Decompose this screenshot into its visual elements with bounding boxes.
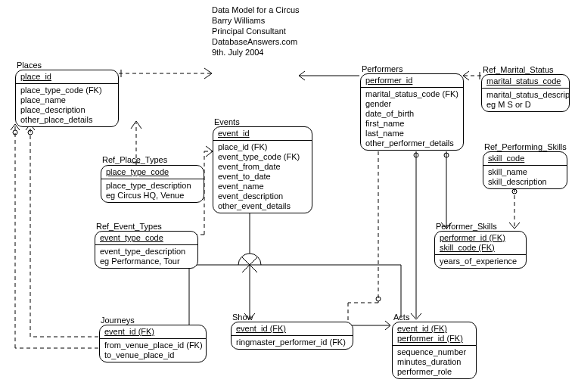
entity-title-performers: Performers bbox=[362, 64, 402, 73]
attrs: from_venue_place_id (FK)to_venue_place_i… bbox=[100, 339, 206, 362]
attrs: place_type_descriptioneg Circus HQ, Venu… bbox=[101, 179, 204, 202]
entity-ref-performing-skills: skill_code skill_nameskill_description bbox=[483, 151, 567, 189]
entity-ref-place-types: place_type_code place_type_descriptioneg… bbox=[101, 165, 204, 203]
attr-row: from_venue_place_id (FK) bbox=[104, 341, 201, 350]
attrs: years_of_experience bbox=[435, 255, 526, 268]
pk-list: performer_id (FK)skill_code (FK) bbox=[435, 232, 526, 255]
attr-row: event_description bbox=[218, 191, 307, 201]
header-line: 9th. July 2004 bbox=[212, 47, 300, 58]
attr-row: other_event_details bbox=[218, 201, 307, 211]
attrs: place_id (FK)event_type_code (FK)event_f… bbox=[213, 141, 312, 213]
attrs: event_type_descriptioneg Performance, To… bbox=[95, 245, 197, 268]
attr-row: to_venue_place_id bbox=[104, 350, 201, 360]
attr-row: other_performer_details bbox=[365, 138, 458, 148]
entity-title-performer-skills: Performer_Skills bbox=[436, 222, 497, 231]
attr-row: place_type_code (FK) bbox=[20, 86, 113, 95]
entity-title-acts: Acts bbox=[393, 313, 409, 322]
entity-title-ref-place-types: Ref_Place_Types bbox=[102, 155, 167, 164]
attr-row: first_name bbox=[365, 119, 458, 129]
pk-row: skill_code (FK) bbox=[440, 243, 521, 253]
pk: performer_id bbox=[365, 76, 458, 86]
pk: skill_code bbox=[488, 154, 562, 163]
attr-row: event_type_code (FK) bbox=[218, 152, 307, 162]
entity-show: event_id (FK) ringmaster_performer_id (F… bbox=[231, 322, 353, 350]
entity-acts: event_id (FK)performer_id (FK) sequence_… bbox=[392, 322, 477, 379]
attr-row: years_of_experience bbox=[440, 257, 521, 266]
attr-row: marital_status_description bbox=[486, 90, 564, 100]
attr-row: gender bbox=[365, 99, 458, 109]
svg-point-27 bbox=[376, 297, 381, 301]
attr-row: ringmaster_performer_id (FK) bbox=[236, 338, 348, 347]
pk: event_id bbox=[218, 129, 307, 138]
attr-row: eg Performance, Tour bbox=[100, 257, 193, 266]
svg-point-25 bbox=[414, 153, 418, 157]
attr-row: skill_name bbox=[488, 167, 562, 177]
pk-row: performer_id (FK) bbox=[397, 334, 471, 344]
entity-title-journeys: Journeys bbox=[101, 316, 135, 325]
attr-row: marital_status_code (FK) bbox=[365, 89, 458, 99]
svg-point-36 bbox=[28, 130, 33, 135]
pk: marital_status_code bbox=[486, 76, 564, 86]
attrs: place_type_code (FK)place_nameplace_desc… bbox=[16, 84, 118, 126]
entity-performer-skills: performer_id (FK)skill_code (FK) years_o… bbox=[434, 231, 527, 269]
svg-point-21 bbox=[444, 153, 449, 157]
header-line: Data Model for a Circus bbox=[212, 5, 300, 15]
entity-ref-marital-status: marital_status_code marital_status_descr… bbox=[481, 74, 570, 112]
attr-row: skill_description bbox=[488, 177, 562, 187]
attr-row: date_of_birth bbox=[365, 109, 458, 119]
header-line: DatabaseAnswers.com bbox=[212, 36, 300, 47]
attr-row: minutes_duration bbox=[397, 357, 471, 367]
svg-point-39 bbox=[13, 130, 17, 135]
attr-row: other_place_details bbox=[20, 115, 113, 125]
entity-title-show: Show bbox=[232, 313, 253, 322]
attrs: ringmaster_performer_id (FK) bbox=[232, 336, 353, 349]
entity-places: place_id place_type_code (FK)place_namep… bbox=[15, 70, 119, 127]
header-line: Principal Consultant bbox=[212, 26, 300, 36]
pk: place_id bbox=[20, 72, 113, 82]
attrs: marital_status_code (FK)genderdate_of_bi… bbox=[361, 88, 463, 150]
diagram-header: Data Model for a Circus Barry Williams P… bbox=[212, 5, 300, 58]
attr-row: place_description bbox=[20, 105, 113, 115]
entity-title-ref-event-types: Ref_Event_Types bbox=[96, 222, 162, 231]
svg-line-11 bbox=[242, 257, 257, 272]
attrs: marital_status_descriptioneg M S or D bbox=[482, 89, 569, 111]
svg-line-10 bbox=[242, 257, 257, 272]
entity-title-ref-marital-status: Ref_Marital_Status bbox=[483, 65, 554, 74]
attr-row: eg M S or D bbox=[486, 100, 564, 110]
entity-title-events: Events bbox=[214, 117, 240, 126]
entity-title-places: Places bbox=[17, 61, 42, 70]
entity-journeys: event_id (FK) from_venue_place_id (FK)to… bbox=[99, 325, 207, 362]
attr-row: place_name bbox=[20, 95, 113, 105]
attr-row: eg Circus HQ, Venue bbox=[106, 191, 199, 201]
entity-ref-event-types: event_type_code event_type_descriptioneg… bbox=[95, 231, 198, 269]
pk: event_type_code bbox=[100, 233, 193, 243]
pk: place_type_code bbox=[106, 167, 199, 177]
attr-row: place_id (FK) bbox=[218, 142, 307, 152]
attr-row: event_to_date bbox=[218, 172, 307, 182]
attr-row: last_name bbox=[365, 129, 458, 138]
entity-events: event_id place_id (FK)event_type_code (F… bbox=[213, 126, 312, 213]
pk: event_id (FK) bbox=[104, 327, 201, 337]
pk-row: event_id (FK) bbox=[397, 324, 471, 334]
attr-row: performer_role bbox=[397, 367, 471, 377]
attrs: skill_nameskill_description bbox=[483, 166, 567, 188]
entity-title-ref-performing-skills: Ref_Performing_Skills bbox=[484, 142, 567, 151]
pk-list: event_id (FK)performer_id (FK) bbox=[393, 322, 476, 346]
svg-point-23 bbox=[512, 189, 517, 194]
attr-row: event_type_description bbox=[100, 247, 193, 257]
attrs: sequence_numberminutes_durationperformer… bbox=[393, 346, 476, 378]
attr-row: sequence_number bbox=[397, 347, 471, 357]
attr-row: event_from_date bbox=[218, 162, 307, 172]
header-line: Barry Williams bbox=[212, 15, 300, 26]
entity-performers: performer_id marital_status_code (FK)gen… bbox=[360, 73, 464, 151]
pk-row: performer_id (FK) bbox=[440, 233, 521, 243]
attr-row: place_type_description bbox=[106, 181, 199, 191]
pk: event_id (FK) bbox=[236, 324, 348, 334]
attr-row: event_name bbox=[218, 182, 307, 191]
